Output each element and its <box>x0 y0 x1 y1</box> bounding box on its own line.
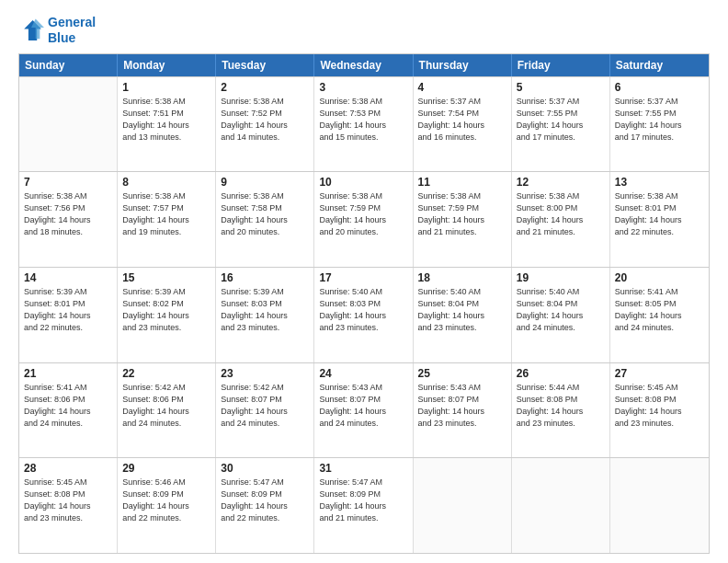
day-number: 18 <box>418 271 506 284</box>
day-number: 29 <box>122 462 210 475</box>
cal-week-1: 1Sunrise: 5:38 AM Sunset: 7:51 PM Daylig… <box>19 76 709 172</box>
day-info: Sunrise: 5:44 AM Sunset: 8:08 PM Dayligh… <box>517 382 605 430</box>
day-info: Sunrise: 5:38 AM Sunset: 7:59 PM Dayligh… <box>319 190 407 238</box>
day-number: 17 <box>319 271 407 284</box>
calendar-body: 1Sunrise: 5:38 AM Sunset: 7:51 PM Daylig… <box>19 76 709 553</box>
day-number: 9 <box>221 176 309 189</box>
logo-text: GeneralBlue <box>48 15 96 46</box>
day-number: 8 <box>122 176 210 189</box>
day-number: 30 <box>221 462 309 475</box>
logo: GeneralBlue <box>18 15 96 46</box>
day-info: Sunrise: 5:39 AM Sunset: 8:02 PM Dayligh… <box>122 286 210 334</box>
cal-cell: 23Sunrise: 5:42 AM Sunset: 8:07 PM Dayli… <box>216 363 314 458</box>
cal-cell: 18Sunrise: 5:40 AM Sunset: 8:04 PM Dayli… <box>414 268 512 362</box>
day-number: 11 <box>418 176 506 189</box>
day-number: 1 <box>122 81 210 94</box>
cal-week-3: 14Sunrise: 5:39 AM Sunset: 8:01 PM Dayli… <box>19 267 709 362</box>
day-info: Sunrise: 5:38 AM Sunset: 7:52 PM Dayligh… <box>221 96 309 144</box>
cal-cell: 4Sunrise: 5:37 AM Sunset: 7:54 PM Daylig… <box>414 77 512 172</box>
cal-header-friday: Friday <box>512 54 610 76</box>
day-info: Sunrise: 5:38 AM Sunset: 8:01 PM Dayligh… <box>615 190 704 238</box>
day-info: Sunrise: 5:45 AM Sunset: 8:08 PM Dayligh… <box>615 382 704 430</box>
cal-cell: 7Sunrise: 5:38 AM Sunset: 7:56 PM Daylig… <box>19 172 118 267</box>
page: GeneralBlue SundayMondayTuesdayWednesday… <box>0 0 728 563</box>
cal-cell: 9Sunrise: 5:38 AM Sunset: 7:58 PM Daylig… <box>216 172 314 267</box>
day-number: 6 <box>615 81 704 94</box>
day-number: 26 <box>517 367 605 380</box>
day-info: Sunrise: 5:42 AM Sunset: 8:07 PM Dayligh… <box>221 382 309 430</box>
cal-cell: 3Sunrise: 5:38 AM Sunset: 7:53 PM Daylig… <box>314 77 413 172</box>
day-info: Sunrise: 5:40 AM Sunset: 8:04 PM Dayligh… <box>418 286 506 334</box>
day-number: 27 <box>615 367 704 380</box>
cal-cell: 14Sunrise: 5:39 AM Sunset: 8:01 PM Dayli… <box>19 268 118 362</box>
day-info: Sunrise: 5:45 AM Sunset: 8:08 PM Dayligh… <box>24 477 112 524</box>
day-number: 13 <box>615 176 704 189</box>
day-number: 21 <box>24 367 112 380</box>
cal-cell: 21Sunrise: 5:41 AM Sunset: 8:06 PM Dayli… <box>19 363 118 458</box>
day-number: 5 <box>517 81 605 94</box>
calendar: SundayMondayTuesdayWednesdayThursdayFrid… <box>18 53 710 554</box>
day-number: 20 <box>615 271 704 284</box>
cal-cell: 17Sunrise: 5:40 AM Sunset: 8:03 PM Dayli… <box>314 268 413 362</box>
cal-cell: 5Sunrise: 5:37 AM Sunset: 7:55 PM Daylig… <box>512 77 610 172</box>
day-number: 10 <box>319 176 407 189</box>
cal-cell: 1Sunrise: 5:38 AM Sunset: 7:51 PM Daylig… <box>118 77 216 172</box>
cal-cell: 20Sunrise: 5:41 AM Sunset: 8:05 PM Dayli… <box>610 268 709 362</box>
day-info: Sunrise: 5:41 AM Sunset: 8:05 PM Dayligh… <box>615 286 704 334</box>
day-number: 19 <box>517 271 605 284</box>
cal-week-4: 21Sunrise: 5:41 AM Sunset: 8:06 PM Dayli… <box>19 362 709 458</box>
cal-cell: 13Sunrise: 5:38 AM Sunset: 8:01 PM Dayli… <box>610 172 709 267</box>
day-number: 23 <box>221 367 309 380</box>
day-info: Sunrise: 5:37 AM Sunset: 7:54 PM Dayligh… <box>418 96 506 144</box>
day-number: 4 <box>418 81 506 94</box>
calendar-header: SundayMondayTuesdayWednesdayThursdayFrid… <box>19 54 709 76</box>
cal-cell: 19Sunrise: 5:40 AM Sunset: 8:04 PM Dayli… <box>512 268 610 362</box>
day-number: 25 <box>418 367 506 380</box>
cal-cell: 15Sunrise: 5:39 AM Sunset: 8:02 PM Dayli… <box>118 268 216 362</box>
day-info: Sunrise: 5:41 AM Sunset: 8:06 PM Dayligh… <box>24 382 112 430</box>
day-info: Sunrise: 5:38 AM Sunset: 7:56 PM Dayligh… <box>24 190 112 238</box>
cal-week-2: 7Sunrise: 5:38 AM Sunset: 7:56 PM Daylig… <box>19 171 709 267</box>
day-info: Sunrise: 5:40 AM Sunset: 8:03 PM Dayligh… <box>319 286 407 334</box>
cal-header-monday: Monday <box>118 54 216 76</box>
day-number: 14 <box>24 271 112 284</box>
day-info: Sunrise: 5:38 AM Sunset: 7:57 PM Dayligh… <box>122 190 210 238</box>
day-info: Sunrise: 5:43 AM Sunset: 8:07 PM Dayligh… <box>319 382 407 430</box>
day-info: Sunrise: 5:38 AM Sunset: 8:00 PM Dayligh… <box>517 190 605 238</box>
day-info: Sunrise: 5:39 AM Sunset: 8:03 PM Dayligh… <box>221 286 309 334</box>
day-info: Sunrise: 5:47 AM Sunset: 8:09 PM Dayligh… <box>319 477 407 524</box>
day-info: Sunrise: 5:38 AM Sunset: 7:51 PM Dayligh… <box>122 96 210 144</box>
day-number: 12 <box>517 176 605 189</box>
day-number: 28 <box>24 462 112 475</box>
cal-cell: 10Sunrise: 5:38 AM Sunset: 7:59 PM Dayli… <box>314 172 413 267</box>
day-number: 24 <box>319 367 407 380</box>
day-info: Sunrise: 5:40 AM Sunset: 8:04 PM Dayligh… <box>517 286 605 334</box>
cal-cell: 29Sunrise: 5:46 AM Sunset: 8:09 PM Dayli… <box>118 458 216 553</box>
day-info: Sunrise: 5:38 AM Sunset: 7:58 PM Dayligh… <box>221 190 309 238</box>
cal-cell: 27Sunrise: 5:45 AM Sunset: 8:08 PM Dayli… <box>610 363 709 458</box>
day-number: 16 <box>221 271 309 284</box>
cal-cell: 25Sunrise: 5:43 AM Sunset: 8:07 PM Dayli… <box>414 363 512 458</box>
cal-cell <box>512 458 610 553</box>
day-info: Sunrise: 5:47 AM Sunset: 8:09 PM Dayligh… <box>221 477 309 524</box>
cal-cell: 30Sunrise: 5:47 AM Sunset: 8:09 PM Dayli… <box>216 458 314 553</box>
cal-header-thursday: Thursday <box>414 54 512 76</box>
logo-icon <box>18 17 44 43</box>
cal-cell: 24Sunrise: 5:43 AM Sunset: 8:07 PM Dayli… <box>314 363 413 458</box>
cal-cell: 28Sunrise: 5:45 AM Sunset: 8:08 PM Dayli… <box>19 458 118 553</box>
cal-cell <box>610 458 709 553</box>
cal-cell: 8Sunrise: 5:38 AM Sunset: 7:57 PM Daylig… <box>118 172 216 267</box>
cal-cell: 26Sunrise: 5:44 AM Sunset: 8:08 PM Dayli… <box>512 363 610 458</box>
cal-cell <box>414 458 512 553</box>
day-number: 2 <box>221 81 309 94</box>
cal-week-5: 28Sunrise: 5:45 AM Sunset: 8:08 PM Dayli… <box>19 457 709 553</box>
cal-header-saturday: Saturday <box>610 54 709 76</box>
day-number: 7 <box>24 176 112 189</box>
cal-cell: 12Sunrise: 5:38 AM Sunset: 8:00 PM Dayli… <box>512 172 610 267</box>
day-info: Sunrise: 5:46 AM Sunset: 8:09 PM Dayligh… <box>122 477 210 524</box>
cal-cell: 2Sunrise: 5:38 AM Sunset: 7:52 PM Daylig… <box>216 77 314 172</box>
cal-cell: 31Sunrise: 5:47 AM Sunset: 8:09 PM Dayli… <box>314 458 413 553</box>
cal-cell: 6Sunrise: 5:37 AM Sunset: 7:55 PM Daylig… <box>610 77 709 172</box>
day-info: Sunrise: 5:42 AM Sunset: 8:06 PM Dayligh… <box>122 382 210 430</box>
header: GeneralBlue <box>18 15 710 46</box>
